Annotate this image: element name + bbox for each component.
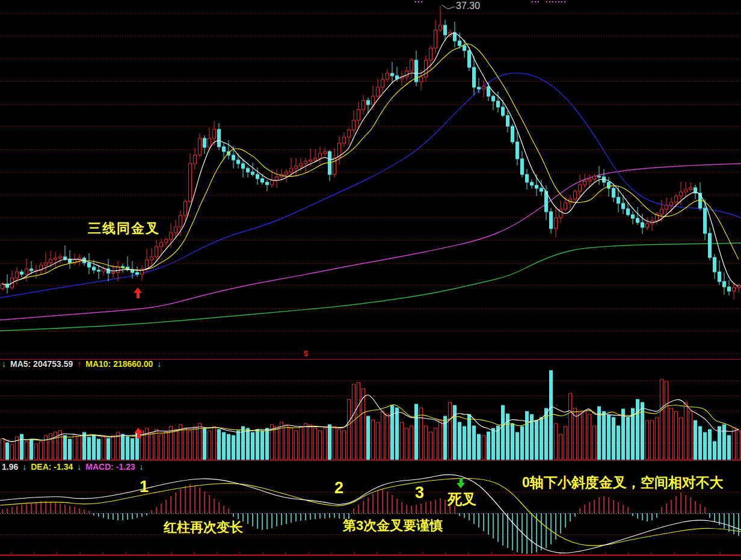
arrow-stem	[137, 433, 140, 438]
volume-ma5-value: MA5: 204753.59	[10, 360, 73, 368]
arrow-stem	[137, 293, 140, 298]
macd-pane-header: 1.96 ↓ DEA: -1.34 ↓ MACD: -1.23 ↓	[2, 463, 144, 471]
down-arrow-icon: ↓	[157, 360, 161, 368]
dividend-event-marker: $	[304, 349, 308, 357]
candlestick-series	[1, 6, 740, 300]
macd-wave-label-3: 3	[415, 485, 424, 501]
arrow-head	[134, 288, 142, 293]
macd-dif-value: 1.96	[2, 463, 18, 471]
third-cross-note: 第3次金叉要谨慎	[343, 519, 443, 532]
red-bars-note: 红柱再次变长	[164, 521, 243, 534]
gridlines	[0, 2, 741, 535]
death-cross-arrow-icon	[457, 478, 465, 488]
volume-pane-header: ↓ MA5: 204753.59 ↑ MA10: 218660.00 ↓	[2, 360, 161, 368]
down-arrow-icon: ↓	[2, 360, 6, 368]
death-cross-label: 死叉	[447, 492, 476, 506]
peak-pointer	[441, 5, 455, 9]
zero-axis-note: 0轴下小斜度金叉，空间相对不大	[522, 476, 724, 490]
down-arrow-icon: ↓	[140, 463, 144, 471]
down-arrow-icon: ↓	[77, 463, 81, 471]
peak-price-label: 37.30	[456, 1, 480, 11]
price-annotation-text: 三线同金叉	[88, 222, 160, 235]
buy-signal-arrow-icon	[134, 288, 142, 298]
macd-value: MACD: -1.23	[85, 463, 135, 471]
short-moving-average-lines	[2, 33, 739, 286]
macd-wave-label-1: 1	[140, 479, 149, 495]
long-moving-average-lines	[0, 73, 741, 331]
down-arrow-icon: ↓	[22, 463, 26, 471]
volume-ma10-value: MA10: 218660.00	[85, 360, 153, 368]
arrow-head	[457, 483, 465, 488]
volume-signal-arrow-icon	[134, 428, 143, 438]
up-arrow-icon: ↑	[77, 360, 81, 368]
arrow-stem	[460, 478, 463, 483]
macd-wave-label-2: 2	[334, 480, 343, 496]
arrow-head	[134, 428, 143, 433]
macd-dea-value: DEA: -1.34	[31, 463, 73, 471]
stock-chart-window: 三线同金叉 37.30 $ ↓ MA5: 204753.59 ↑ MA10: 2…	[0, 0, 741, 560]
